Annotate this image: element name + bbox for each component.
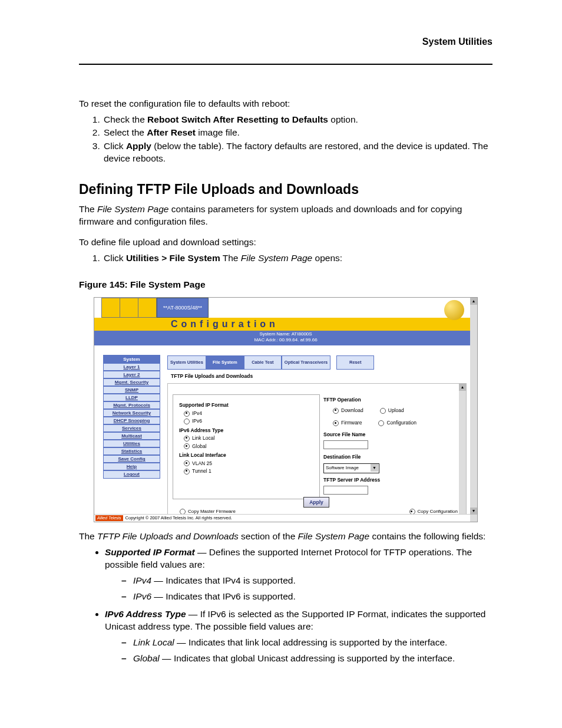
define-steps: Click Utilities > File System The File S…: [79, 252, 492, 265]
page-header: System Utilities: [79, 35, 492, 48]
radio-tunnel1[interactable]: Tunnel 1: [184, 468, 315, 475]
apply-button[interactable]: Apply: [303, 497, 329, 508]
section-p1: The File System Page contains parameters…: [79, 203, 492, 228]
nav-layer1[interactable]: Layer 1: [104, 363, 160, 371]
radio-upload[interactable]: Upload: [380, 407, 404, 414]
nav-layer2[interactable]: Layer 2: [104, 371, 160, 378]
nav-save-config[interactable]: Save Config: [104, 455, 160, 463]
reset-steps: Check the Reboot Switch After Resetting …: [79, 114, 492, 166]
panel-section-title: TFTP File Uploads and Downloads: [167, 370, 470, 382]
configuration-title: Configuration: [94, 318, 477, 331]
nav-lldp[interactable]: LLDP: [104, 394, 160, 401]
step-3: Click Apply (below the table). The facto…: [103, 140, 492, 165]
nav-statistics[interactable]: Statistics: [104, 447, 160, 455]
globe-icon: [444, 300, 464, 320]
status-bar: Allied Telesis Copyright © 2007 Allied T…: [94, 514, 470, 522]
lbl-ipv6-type: IPv6 Address Type: [179, 427, 315, 434]
tabs: System Utilities File System Cable Test …: [167, 355, 470, 370]
tab-system-utilities[interactable]: System Utilities: [167, 355, 206, 370]
screenshot: ▴▾ **AT-8000S/48** Configuration System …: [94, 297, 478, 522]
banner: **AT-8000S/48**: [94, 298, 477, 318]
nav-services[interactable]: Services: [104, 424, 160, 432]
radio-configuration[interactable]: Configuration: [378, 420, 416, 426]
lbl-supported-ip: Supported IP Format: [179, 402, 315, 409]
nav-utilities[interactable]: Utilities: [104, 440, 160, 447]
header-rule: [79, 64, 492, 65]
info-bar: System Name: ATI8000S MAC Addr.: 00.99.6…: [94, 331, 477, 345]
lbl-destination-file: Destination File: [323, 454, 416, 460]
lbl-source-file: Source File Name: [323, 431, 416, 438]
nav-logout[interactable]: Logout: [104, 470, 160, 478]
radio-vlan25[interactable]: VLAN 25: [184, 460, 315, 467]
after-figure-text: The TFTP File Uploads and Downloads sect…: [79, 531, 492, 543]
tab-reset[interactable]: Reset: [336, 355, 374, 370]
radio-firmware[interactable]: Firmware: [333, 420, 362, 426]
select-destination-file[interactable]: Software Image: [323, 463, 379, 473]
figure-caption: Figure 145: File System Page: [79, 279, 492, 291]
section-heading: Defining TFTP File Uploads and Downloads: [79, 180, 492, 199]
brand-logo: Allied Telesis: [95, 515, 123, 521]
intro-text: To reset the configuration file to defau…: [79, 98, 492, 110]
radio-ipv6[interactable]: IPv6: [184, 418, 315, 424]
tab-file-system[interactable]: File System: [206, 355, 244, 370]
section-p2: To define file upload and download setti…: [79, 236, 492, 249]
nav-help[interactable]: Help: [104, 463, 160, 470]
field-list: Supported IP Format — Defines the suppor…: [79, 546, 492, 665]
nav-system[interactable]: System: [104, 355, 160, 363]
field-ipv6-type: IPv6 Address Type — If IPv6 is selected …: [105, 608, 492, 665]
nav-mgmt-protocols[interactable]: Mgmt. Protocols: [104, 401, 160, 409]
step-1: Check the Reboot Switch After Resetting …: [103, 114, 492, 126]
lbl-link-local-if: Link Local Interface: [179, 452, 315, 459]
left-nav: System Layer 1 Layer 2 Mgmt. Security SN…: [104, 355, 160, 478]
tab-optical-transceivers[interactable]: Optical Transceivers: [282, 355, 330, 370]
main-panel: ▴ Supported IP Format IPv4 IPv6 IPv6 Add…: [167, 383, 467, 522]
radio-link-local[interactable]: Link Local: [184, 435, 315, 442]
step-2: Select the After Reset image file.: [103, 127, 492, 139]
radio-global[interactable]: Global: [184, 443, 315, 450]
panel-v-scrollbar[interactable]: ▴: [459, 384, 466, 516]
radio-download[interactable]: Download: [333, 407, 363, 414]
lbl-tftp-server-ip: TFTP Server IP Address: [323, 477, 416, 483]
define-step-1: Click Utilities > File System The File S…: [103, 252, 492, 265]
nav-mgmt-security[interactable]: Mgmt. Security: [104, 378, 160, 386]
nav-dhcp-snooping[interactable]: DHCP Snooping: [104, 417, 160, 424]
nav-network-security[interactable]: Network Security: [104, 409, 160, 417]
ip-format-card: Supported IP Format IPv4 IPv6 IPv6 Addre…: [173, 394, 320, 499]
copyright-text: Copyright © 2007 Allied Telesis Inc. All…: [125, 515, 232, 521]
device-model: **AT-8000S/48**: [157, 298, 209, 318]
input-tftp-server-ip[interactable]: [323, 486, 368, 495]
input-source-file[interactable]: [323, 440, 368, 449]
field-supported-ip: Supported IP Format — Defines the suppor…: [105, 546, 492, 603]
tftp-right-column: TFTP Operation Download Upload Firmware …: [323, 397, 416, 499]
outer-scrollbar[interactable]: ▴▾: [470, 298, 477, 515]
nav-snmp[interactable]: SNMP: [104, 386, 160, 394]
tab-cable-test[interactable]: Cable Test: [244, 355, 282, 370]
nav-multicast[interactable]: Multicast: [104, 432, 160, 440]
radio-ipv4[interactable]: IPv4: [184, 410, 315, 417]
lbl-tftp-operation: TFTP Operation: [323, 397, 416, 403]
scroll-corner: [470, 515, 477, 522]
